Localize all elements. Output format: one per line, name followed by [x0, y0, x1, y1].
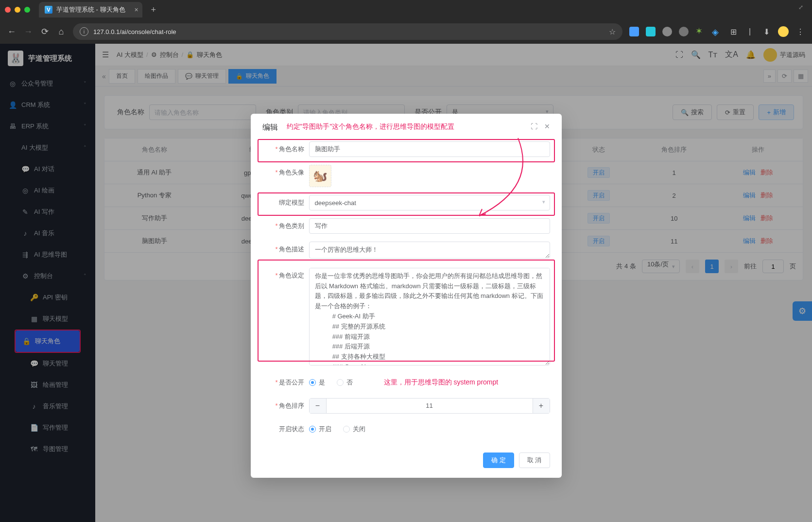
form-name-label: 角色名称: [279, 145, 304, 153]
radio-label: 关闭: [353, 425, 365, 434]
bookmark-icon[interactable]: ☆: [609, 27, 616, 36]
form-sort-label: 角色排序: [279, 402, 304, 409]
form-pub-label: 是否公开: [279, 379, 304, 386]
edit-modal: 编辑 约定"导图助手"这个角色名称，进行思维导图的模型配置 ⛶ ✕ *角色名称 …: [251, 114, 562, 478]
sort-stepper[interactable]: −+: [309, 398, 550, 414]
divider-icon: |: [745, 27, 755, 36]
radio-label: 否: [346, 378, 353, 387]
extension-icon[interactable]: [646, 27, 656, 36]
minimize-window-icon[interactable]: [15, 7, 20, 13]
form-desc-label: 角色描述: [279, 245, 304, 253]
back-icon[interactable]: ←: [7, 27, 17, 37]
stepper-plus[interactable]: +: [533, 399, 550, 413]
stepper-minus[interactable]: −: [310, 399, 326, 413]
extensions-icon[interactable]: ⊞: [728, 27, 738, 36]
close-tab-icon[interactable]: ×: [134, 6, 138, 14]
extension-icon[interactable]: [662, 27, 672, 36]
maximize-window-icon[interactable]: [24, 7, 30, 13]
modal-title: 编辑: [262, 122, 278, 133]
menu-icon[interactable]: ⋮: [795, 27, 805, 36]
public-yes-radio[interactable]: 是: [309, 378, 325, 387]
ok-button[interactable]: 确 定: [483, 452, 514, 468]
extension-icon[interactable]: ◈: [712, 27, 722, 36]
avatar-upload[interactable]: 🐿️: [309, 165, 331, 187]
window-expand-icon[interactable]: ⤢: [798, 4, 803, 11]
radio-label: 是: [319, 378, 325, 387]
sort-input[interactable]: [326, 399, 533, 413]
home-icon[interactable]: ⌂: [56, 27, 66, 37]
radio-label: 开启: [319, 425, 331, 434]
fullscreen-icon[interactable]: ⛶: [531, 122, 537, 130]
status-on-radio[interactable]: 开启: [309, 425, 331, 434]
url-bar[interactable]: i 127.0.0.1/ai/console/chat-role ☆: [73, 23, 622, 40]
status-off-radio[interactable]: 关闭: [343, 425, 365, 434]
form-status-label: 开启状态: [279, 425, 304, 433]
download-icon[interactable]: ⬇: [761, 27, 771, 36]
form-sys-label: 角色设定: [279, 272, 304, 279]
browser-tab-title: 芋道管理系统 - 聊天角色: [56, 5, 125, 14]
extension-icon[interactable]: ✶: [695, 27, 705, 36]
cancel-button[interactable]: 取 消: [519, 452, 550, 468]
profile-avatar-icon[interactable]: [778, 26, 789, 37]
site-info-icon[interactable]: i: [80, 27, 88, 36]
role-name-input[interactable]: [309, 141, 550, 157]
browser-chrome: V 芋道管理系统 - 聊天角色 × + ← → ⟳ ⌂ i 127.0.0.1/…: [0, 0, 812, 44]
close-window-icon[interactable]: [5, 7, 11, 13]
bind-model-select[interactable]: [309, 195, 550, 210]
favicon-icon: V: [45, 6, 52, 14]
close-icon[interactable]: ✕: [544, 122, 550, 130]
form-avatar-label: 角色头像: [279, 169, 304, 176]
window-controls[interactable]: [5, 7, 30, 13]
reload-icon[interactable]: ⟳: [40, 26, 50, 37]
annotation-top: 约定"导图助手"这个角色名称，进行思维导图的模型配置: [287, 122, 531, 131]
role-system-input[interactable]: [309, 268, 550, 365]
forward-icon[interactable]: →: [23, 27, 33, 37]
form-cat-label: 角色类别: [279, 222, 304, 229]
annotation-bottom: 这里，用于思维导图的 system prompt: [384, 378, 550, 387]
new-tab-icon[interactable]: +: [146, 5, 161, 15]
role-desc-input[interactable]: [309, 242, 550, 259]
public-no-radio[interactable]: 否: [337, 378, 353, 387]
url-text: 127.0.0.1/ai/console/chat-role: [93, 28, 604, 35]
form-model-label: 绑定模型: [279, 199, 304, 206]
extension-icon[interactable]: [679, 27, 689, 36]
extension-icon[interactable]: [629, 27, 639, 36]
browser-tab[interactable]: V 芋道管理系统 - 聊天角色 ×: [39, 2, 142, 17]
role-cat-input[interactable]: [309, 218, 550, 234]
